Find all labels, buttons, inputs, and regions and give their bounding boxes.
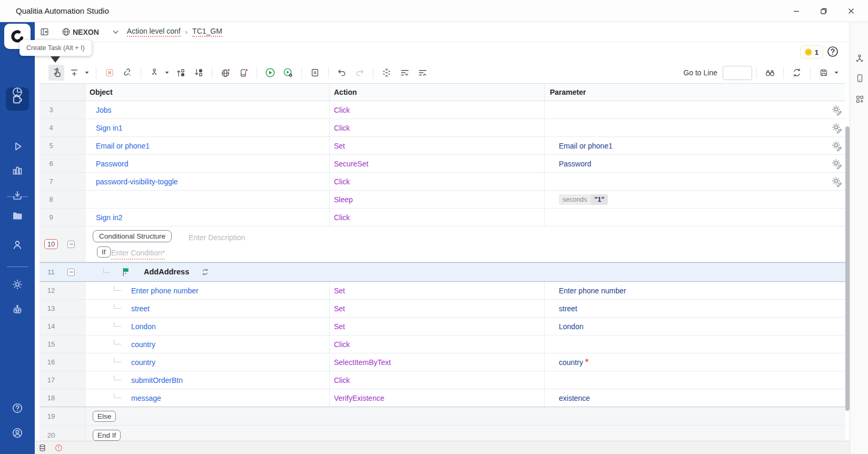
import-download-icon[interactable]	[8, 186, 27, 205]
step-settings-gear-icon[interactable]	[832, 123, 842, 133]
save-button[interactable]	[816, 65, 832, 81]
unlink-button[interactable]	[120, 65, 135, 81]
action-link[interactable]: Click	[334, 177, 350, 186]
parameter-link[interactable]: Password	[559, 160, 591, 168]
object-link[interactable]: Enter phone number	[131, 287, 199, 295]
panel-open-icon[interactable]	[40, 27, 50, 37]
settings-gear-icon[interactable]	[8, 275, 27, 294]
task-name[interactable]: AddAddress	[144, 268, 189, 276]
parameter-link[interactable]: existence	[559, 394, 590, 402]
object-link[interactable]: submitOrderBtn	[131, 376, 183, 384]
action-link[interactable]: Click	[334, 340, 350, 349]
find-button[interactable]	[762, 65, 778, 81]
breadcrumb-testcase-group[interactable]: Action level conf	[127, 27, 181, 37]
block-keyword-badge: Else	[93, 411, 116, 422]
object-link[interactable]: country	[131, 340, 155, 349]
action-link[interactable]: Sleep	[334, 195, 353, 204]
object-repository-3d-icon[interactable]	[854, 53, 865, 64]
project-name[interactable]: NEXON	[73, 28, 99, 36]
mobile-recorder-button[interactable]	[235, 65, 251, 81]
add-widget-grid-icon[interactable]	[854, 93, 865, 105]
action-link[interactable]: VerifyExistence	[334, 394, 384, 402]
add-step-caret[interactable]	[83, 65, 91, 81]
object-link[interactable]: Jobs	[96, 106, 112, 114]
parameter-link[interactable]: Email or phone1	[559, 142, 613, 150]
object-link[interactable]: Email or phone1	[96, 142, 150, 150]
collapse-block-button[interactable]	[379, 65, 394, 81]
collapse-toggle[interactable]	[67, 269, 75, 276]
conditional-structure-caret[interactable]	[163, 65, 171, 81]
goto-line-input[interactable]	[723, 66, 752, 80]
object-link[interactable]: London	[131, 322, 156, 331]
task-sync-icon[interactable]	[201, 268, 209, 276]
parameter-link[interactable]: London	[559, 322, 584, 331]
users-person-icon[interactable]	[8, 235, 27, 254]
description-placeholder[interactable]: Enter Description	[189, 233, 245, 242]
delete-step-button[interactable]	[102, 65, 117, 81]
conditional-structure-button[interactable]	[146, 65, 162, 81]
alert-icon[interactable]	[54, 443, 63, 452]
database-icon[interactable]	[38, 443, 47, 452]
bot-icon[interactable]	[8, 300, 27, 319]
object-link[interactable]: message	[131, 394, 161, 402]
action-link[interactable]: SelectItemByText	[334, 358, 391, 367]
device-phone-icon[interactable]	[854, 72, 865, 84]
table-row: 17submitOrderBtnClick	[40, 371, 845, 389]
step-settings-gear-icon[interactable]	[832, 176, 842, 187]
help-button[interactable]	[826, 45, 839, 58]
tree-connector-icon	[114, 393, 121, 398]
help-icon[interactable]	[8, 399, 27, 418]
step-settings-gear-icon[interactable]	[832, 141, 842, 151]
action-link[interactable]: Click	[334, 376, 350, 384]
parameter-link[interactable]: street	[559, 304, 577, 313]
object-link[interactable]: country	[131, 358, 155, 367]
account-icon[interactable]	[8, 423, 27, 442]
action-link[interactable]: Click	[334, 213, 350, 222]
collapse-toggle[interactable]	[67, 241, 75, 248]
reports-bar-chart-icon[interactable]	[8, 161, 27, 180]
action-link[interactable]: Click	[334, 124, 350, 132]
collapse-all-button[interactable]	[415, 65, 430, 81]
run-play-icon[interactable]	[8, 137, 27, 156]
create-task-button[interactable]	[48, 65, 64, 81]
breadcrumb-testcase[interactable]: TC1_GM	[192, 27, 222, 37]
action-link[interactable]: Set	[334, 142, 345, 150]
condition-placeholder[interactable]: Enter Condition*	[111, 249, 165, 260]
step-settings-gear-icon[interactable]	[832, 105, 842, 115]
move-down-button[interactable]	[191, 65, 206, 81]
step-settings-gear-icon[interactable]	[832, 159, 842, 169]
maximize-button[interactable]	[810, 0, 837, 22]
parameter-link[interactable]: country	[559, 358, 583, 367]
redo-button[interactable]	[352, 65, 368, 81]
object-link[interactable]: password-visibility-toggle	[96, 177, 178, 186]
vertical-scrollbar[interactable]	[845, 126, 850, 411]
action-link[interactable]: Click	[334, 106, 350, 114]
sync-button[interactable]	[789, 65, 805, 81]
action-link[interactable]: Set	[334, 304, 345, 313]
minimize-button[interactable]	[783, 0, 810, 22]
action-link[interactable]: Set	[334, 287, 345, 295]
run-button[interactable]	[262, 65, 278, 81]
expand-all-button[interactable]	[397, 65, 412, 81]
web-recorder-button[interactable]	[218, 65, 233, 81]
undo-button[interactable]	[334, 65, 350, 81]
action-link[interactable]: Set	[334, 322, 345, 331]
parameter-link[interactable]: Enter phone number	[559, 287, 626, 295]
task-flag-icon[interactable]	[122, 268, 130, 277]
tasks-puzzle-icon[interactable]	[8, 90, 27, 108]
action-link[interactable]: SecureSet	[334, 160, 368, 168]
add-step-button[interactable]	[66, 65, 82, 81]
object-link[interactable]: Sign in1	[96, 124, 123, 132]
object-link[interactable]: Sign in2	[96, 213, 123, 222]
move-up-button[interactable]	[173, 65, 189, 81]
object-link[interactable]: Password	[96, 160, 128, 168]
object-link[interactable]: street	[131, 304, 150, 313]
close-button[interactable]	[837, 0, 865, 22]
projects-folder-icon[interactable]	[8, 206, 27, 225]
parameter-value-chip[interactable]: "1"	[591, 194, 608, 205]
credits-badge[interactable]: 1	[800, 45, 823, 59]
chevron-down-icon[interactable]	[112, 28, 120, 36]
run-settings-button[interactable]	[280, 65, 296, 81]
save-options-caret[interactable]	[833, 65, 840, 81]
notes-button[interactable]	[307, 65, 323, 81]
